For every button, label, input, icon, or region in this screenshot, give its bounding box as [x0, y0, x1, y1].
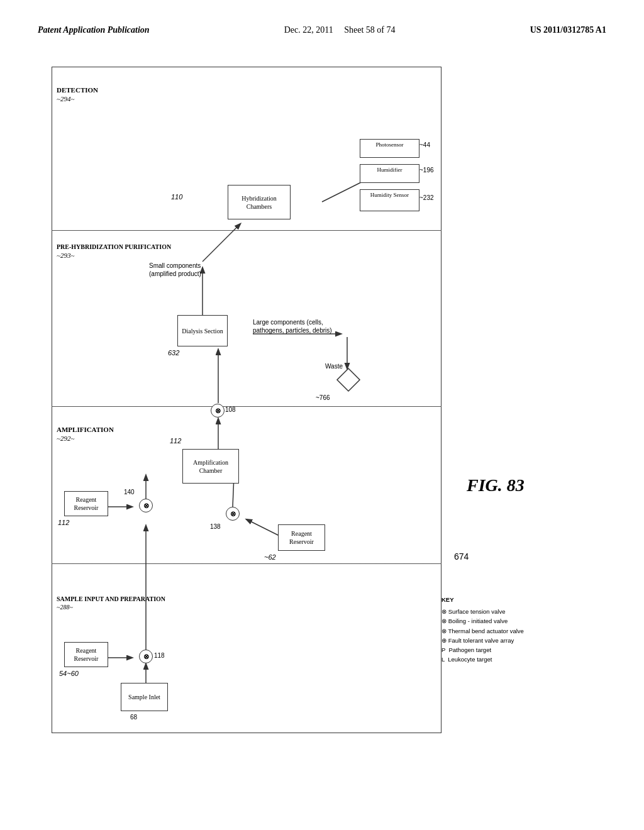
large-components-label: Large components (cells, pathogens, part…: [253, 318, 341, 335]
header-sheet: Sheet 58 of 74: [344, 25, 395, 35]
key-item-2: ⊗ Boiling - initiated valve: [441, 616, 524, 626]
key-item-4: ⊕ Fault tolerant valve array: [441, 636, 524, 645]
valve-138-ref: 138: [210, 523, 221, 531]
section-divider-2: [52, 406, 441, 407]
section-divider-3: [52, 563, 441, 564]
reagent-reservoir-112-box: Reagent Reservoir: [64, 491, 108, 516]
key-item-6: L Leukocyte target: [441, 655, 524, 664]
diagram-container: SAMPLE INPUT AND PREPARATION ~288~ AMPLI…: [39, 48, 605, 771]
valve-138: ⊗: [226, 507, 240, 521]
small-components-label: Small components (amplified product): [149, 262, 206, 278]
valve-108: ⊗: [211, 404, 225, 418]
svg-marker-16: [337, 368, 360, 391]
key-item-5: P Pathogen target: [441, 645, 524, 655]
reagent-reservoir-54-box: Reagent Reservoir: [64, 642, 108, 667]
ref-674: 674: [454, 551, 469, 562]
key-item-1: ⊗ Surface tension valve: [441, 607, 524, 616]
sample-inlet-ref: 68: [130, 713, 137, 721]
fig-label: FIG. 83: [467, 475, 525, 495]
valve-118-ref: 118: [154, 651, 165, 660]
valve-108-ref: 108: [225, 406, 236, 414]
humidifier-box: Humidifier: [360, 164, 419, 183]
humidity-sensor-ref: ~232: [419, 194, 434, 202]
photosensor-box: Photosensor: [360, 139, 419, 158]
key-title: KEY: [441, 595, 524, 604]
waste-diamond: [336, 367, 361, 392]
header-right: US 2011/0312785 A1: [530, 25, 606, 35]
dialysis-section-ref: 632: [168, 348, 179, 357]
photosensor-ref: ~44: [419, 141, 430, 149]
hybridization-chambers-box: Hybridization Chambers: [228, 185, 291, 219]
reagent-reservoir-112-ref: 112: [58, 518, 69, 527]
humidity-sensor-box: Humidity Sensor: [360, 189, 419, 211]
header-center: Dec. 22, 2011 Sheet 58 of 74: [284, 25, 396, 35]
dialysis-section-box: Dialysis Section: [177, 315, 228, 346]
header: Patent Application Publication Dec. 22, …: [38, 25, 606, 35]
main-content: SAMPLE INPUT AND PREPARATION ~288~ AMPLI…: [38, 48, 606, 771]
section-label-amplification: AMPLIFICATION ~292~: [57, 425, 114, 443]
reagent-reservoir-62-box: Reagent Reservoir: [278, 524, 325, 551]
section-label-pre-hybrid: PRE-HYBRIDIZATION PURIFICATION ~293~: [57, 243, 171, 260]
key-box: KEY ⊗ Surface tension valve ⊗ Boiling - …: [441, 595, 524, 664]
valve-140: ⊗: [139, 499, 153, 512]
section-label-sample: SAMPLE INPUT AND PREPARATION ~288~: [57, 595, 165, 611]
header-date: Dec. 22, 2011: [284, 25, 333, 35]
sample-inlet-box: Sample Inlet: [121, 683, 168, 711]
valve-118: ⊗: [139, 650, 153, 663]
header-left: Patent Application Publication: [38, 25, 150, 35]
amplification-chamber-ref: 112: [170, 436, 181, 445]
key-item-3: ⊗ Thermal bend actuator valve: [441, 626, 524, 636]
hybridization-chambers-ref: 110: [171, 192, 182, 201]
humidifier-ref: ~196: [419, 166, 434, 174]
section-divider-1: [52, 230, 441, 231]
section-label-detection: DETECTION ~294~: [57, 86, 98, 104]
amplification-chamber-box: AmplificationChamber: [182, 449, 239, 484]
reagent-reservoir-54-ref: 54~60: [59, 669, 79, 678]
reagent-reservoir-62-ref: ~62: [264, 553, 276, 562]
valve-140-ref: 140: [124, 488, 135, 496]
waste-ref: ~766: [316, 394, 330, 402]
page: Patent Application Publication Dec. 22, …: [0, 0, 644, 830]
